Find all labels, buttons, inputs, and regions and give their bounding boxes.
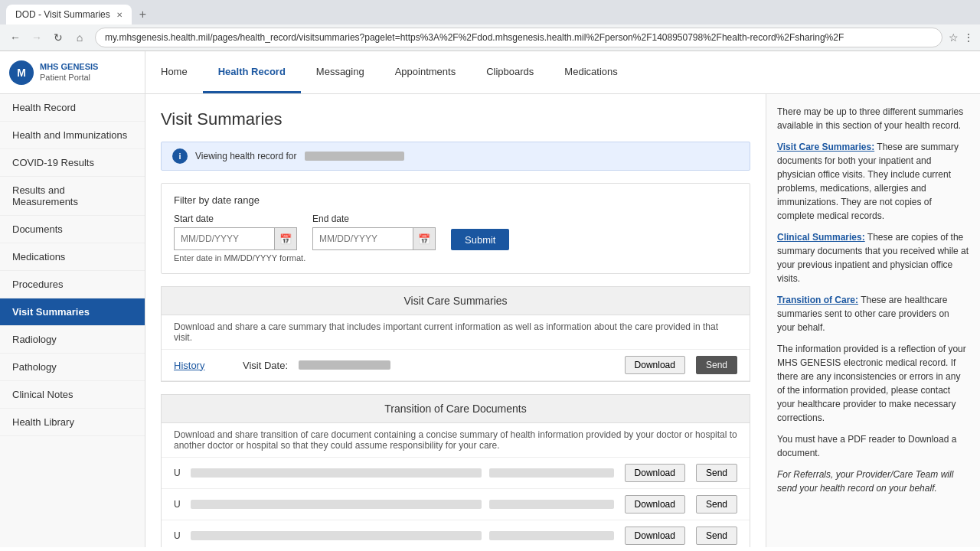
table-row: U Download Send [162, 489, 750, 520]
menu-icon[interactable]: ⋮ [963, 31, 974, 44]
toc-col2 [489, 500, 614, 509]
logo-bottom: Patient Portal [40, 73, 98, 83]
visit-care-panel: Visit Care Summaries Download and share … [161, 286, 750, 382]
refresh-btn[interactable]: ↻ [49, 28, 67, 47]
tab-title: DOD - Visit Summaries [15, 9, 110, 20]
toc-col1 [191, 531, 482, 540]
sidebar-item-pathology[interactable]: Pathology [0, 354, 145, 381]
start-date-input[interactable] [175, 228, 274, 249]
sidebar-item-health-record[interactable]: Health Record [0, 94, 145, 122]
right-pdf-note: You must have a PDF reader to Download a… [777, 432, 969, 460]
history-link[interactable]: History [174, 360, 220, 371]
start-date-label: Start date [174, 214, 297, 224]
nav-appointments[interactable]: Appointments [380, 51, 472, 93]
sidebar-item-health-library[interactable]: Health Library [0, 409, 145, 436]
logo-top: MHS GENESIS [40, 62, 98, 72]
toc-send-btn-3[interactable]: Send [696, 527, 737, 545]
visit-date-label: Visit Date: [243, 360, 288, 371]
toc-panel: Transition of Care Documents Download an… [161, 394, 750, 547]
page-title: Visit Summaries [161, 109, 750, 129]
toc-title: Transition of Care Documents [162, 395, 750, 423]
submit-btn[interactable]: Submit [451, 229, 509, 250]
right-referral-note: For Referrals, your Provider/Care Team w… [777, 468, 969, 495]
visit-care-desc: These are summary documents for both you… [777, 142, 959, 221]
visit-care-desc: Download and share a care summary that i… [162, 315, 750, 350]
table-row: U Download Send [162, 458, 750, 489]
url-input[interactable] [95, 28, 942, 47]
main-content: Visit Summaries i Viewing health record … [145, 94, 766, 547]
right-visit-care: Visit Care Summaries: These are summary … [777, 140, 969, 223]
nav-health-record[interactable]: Health Record [203, 51, 301, 93]
sidebar: Health Record Health and Immunizations C… [0, 94, 145, 547]
clinical-link[interactable]: Clinical Summaries: [777, 232, 865, 243]
nav-messaging[interactable]: Messaging [301, 51, 380, 93]
redacted-name [305, 152, 404, 161]
toc-download-btn-3[interactable]: Download [625, 527, 685, 545]
toc-col2 [489, 468, 614, 478]
nav-clipboards[interactable]: Clipboards [471, 51, 549, 93]
app-body: Health Record Health and Immunizations C… [0, 94, 980, 547]
logo-text: MHS GENESIS Patient Portal [40, 62, 98, 82]
visit-date-value [299, 360, 390, 370]
toc-download-btn-2[interactable]: Download [625, 495, 685, 514]
back-btn[interactable]: ← [6, 28, 24, 47]
toc-desc: Download and share transition of care do… [162, 423, 750, 458]
sidebar-item-medications[interactable]: Medications [0, 243, 145, 271]
end-date-field: End date 📅 [312, 214, 436, 250]
end-date-wrap: 📅 [312, 227, 436, 250]
address-bar: ← → ↻ ⌂ ☆ ⋮ [0, 24, 980, 51]
nav-home[interactable]: Home [145, 51, 203, 93]
toc-col1 [191, 468, 482, 478]
date-row: Start date 📅 End date 📅 Submit [174, 214, 737, 250]
browser-icons: ☆ ⋮ [949, 31, 974, 44]
start-date-wrap: 📅 [174, 227, 297, 250]
start-date-field: Start date 📅 [174, 214, 297, 250]
browser-chrome: DOD - Visit Summaries ✕ + ← → ↻ ⌂ ☆ ⋮ [0, 0, 980, 51]
nav-medications[interactable]: Medications [549, 51, 632, 93]
visit-care-link[interactable]: Visit Care Summaries: [777, 142, 874, 152]
info-icon: i [172, 148, 188, 164]
start-date-calendar-btn[interactable]: 📅 [274, 228, 296, 249]
sidebar-item-health-immunizations[interactable]: Health and Immunizations [0, 122, 145, 149]
end-date-calendar-btn[interactable]: 📅 [413, 228, 435, 249]
sidebar-item-documents[interactable]: Documents [0, 216, 145, 243]
tab-close-btn[interactable]: ✕ [116, 11, 122, 19]
row-indicator: U [174, 499, 183, 510]
row-indicator: U [174, 530, 183, 541]
active-tab[interactable]: DOD - Visit Summaries ✕ [6, 5, 132, 24]
logo-icon: M [9, 60, 34, 85]
right-clinical: Clinical Summaries: These are copies of … [777, 230, 969, 285]
toc-download-btn-1[interactable]: Download [625, 464, 685, 482]
sidebar-item-covid19[interactable]: COVID-19 Results [0, 149, 145, 177]
end-date-input[interactable] [313, 228, 413, 249]
referral-note-text: For Referrals, your Provider/Care Team w… [777, 469, 953, 494]
right-sidebar: There may be up to three different summa… [766, 94, 980, 547]
sidebar-item-clinical-notes[interactable]: Clinical Notes [0, 381, 145, 409]
sidebar-item-visit-summaries[interactable]: Visit Summaries [0, 298, 145, 326]
end-date-label: End date [312, 214, 436, 224]
bookmark-icon[interactable]: ☆ [949, 31, 959, 44]
toc-send-btn-2[interactable]: Send [696, 495, 737, 514]
toc-col1 [191, 500, 482, 509]
sidebar-item-procedures[interactable]: Procedures [0, 271, 145, 298]
tab-bar: DOD - Visit Summaries ✕ + [0, 0, 980, 24]
right-reflection: The information provided is a reflection… [777, 342, 969, 425]
visit-download-btn[interactable]: Download [625, 356, 685, 374]
toc-send-btn-1[interactable]: Send [696, 464, 737, 482]
viewing-text: Viewing health record for [195, 151, 297, 161]
toc-col2 [489, 531, 614, 540]
sidebar-item-results[interactable]: Results and Measurements [0, 177, 145, 216]
home-btn[interactable]: ⌂ [70, 28, 89, 47]
nav-buttons: ← → ↻ ⌂ [6, 28, 89, 47]
sidebar-item-radiology[interactable]: Radiology [0, 326, 145, 354]
forward-btn[interactable]: → [28, 28, 46, 47]
visit-send-btn[interactable]: Send [696, 356, 737, 374]
logo-section: M MHS GENESIS Patient Portal [0, 51, 145, 93]
viewing-banner: i Viewing health record for [161, 142, 750, 171]
visit-care-title: Visit Care Summaries [162, 287, 750, 315]
date-hint: Enter date in MM/DD/YYYY format. [174, 253, 737, 262]
new-tab-btn[interactable]: + [135, 8, 151, 21]
filter-section: Filter by date range Start date 📅 End da… [161, 183, 750, 274]
toc-link[interactable]: Transition of Care: [777, 295, 858, 305]
main-nav: Home Health Record Messaging Appointment… [145, 51, 980, 93]
